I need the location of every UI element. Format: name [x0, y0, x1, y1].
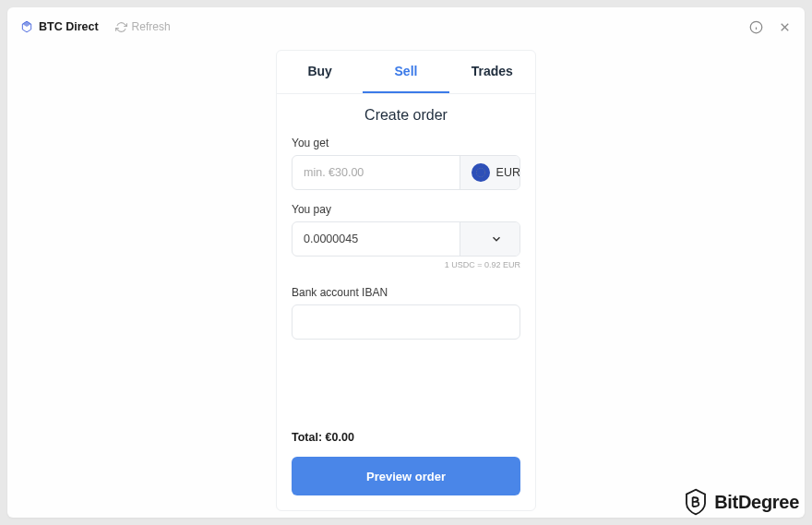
iban-label: Bank account IBAN	[292, 286, 520, 299]
watermark-icon	[683, 488, 709, 516]
you-pay-row	[292, 221, 520, 257]
refresh-button[interactable]: Refresh	[115, 20, 171, 33]
iban-input[interactable]	[293, 305, 519, 339]
close-icon[interactable]	[778, 20, 792, 34]
spacer	[292, 352, 520, 431]
currency-label: EUR	[496, 166, 520, 179]
app-window: BTC Direct Refresh	[7, 7, 805, 518]
tab-sell[interactable]: Sell	[363, 51, 448, 93]
brand-icon	[20, 20, 33, 33]
svg-point-5	[476, 168, 484, 176]
preview-order-button[interactable]: Preview order	[292, 457, 520, 495]
tab-buy[interactable]: Buy	[277, 51, 363, 93]
you-pay-label: You pay	[292, 203, 520, 216]
eur-icon	[472, 163, 490, 182]
tab-trades[interactable]: Trades	[449, 51, 535, 93]
order-card: Buy Sell Trades Create order You get	[276, 50, 536, 511]
refresh-label: Refresh	[132, 20, 171, 33]
header-bar: BTC Direct Refresh	[7, 7, 805, 46]
brand-label: BTC Direct	[39, 20, 99, 33]
rate-text: 1 USDC = 0.92 EUR	[292, 260, 520, 269]
you-get-input[interactable]	[293, 156, 460, 189]
info-icon[interactable]	[749, 20, 763, 34]
watermark-label: BitDegree	[714, 492, 799, 513]
content-area: Buy Sell Trades Create order You get	[7, 46, 805, 518]
iban-row	[292, 304, 520, 340]
tabs: Buy Sell Trades	[277, 51, 535, 94]
you-pay-currency-select[interactable]	[460, 222, 520, 256]
header-right	[749, 20, 792, 34]
total-label: Total: €0.00	[292, 431, 520, 444]
card-body: Create order You get EUR You pay	[277, 94, 535, 510]
you-get-currency-select[interactable]: EUR	[460, 156, 520, 189]
you-pay-input[interactable]	[293, 222, 460, 256]
watermark: BitDegree	[683, 488, 799, 516]
chevron-down-icon	[490, 233, 503, 245]
header-left: BTC Direct Refresh	[20, 20, 749, 33]
brand: BTC Direct	[20, 20, 99, 33]
page-title: Create order	[292, 107, 520, 124]
refresh-icon	[115, 21, 127, 33]
you-get-label: You get	[292, 137, 520, 149]
you-get-row: EUR	[292, 155, 520, 190]
